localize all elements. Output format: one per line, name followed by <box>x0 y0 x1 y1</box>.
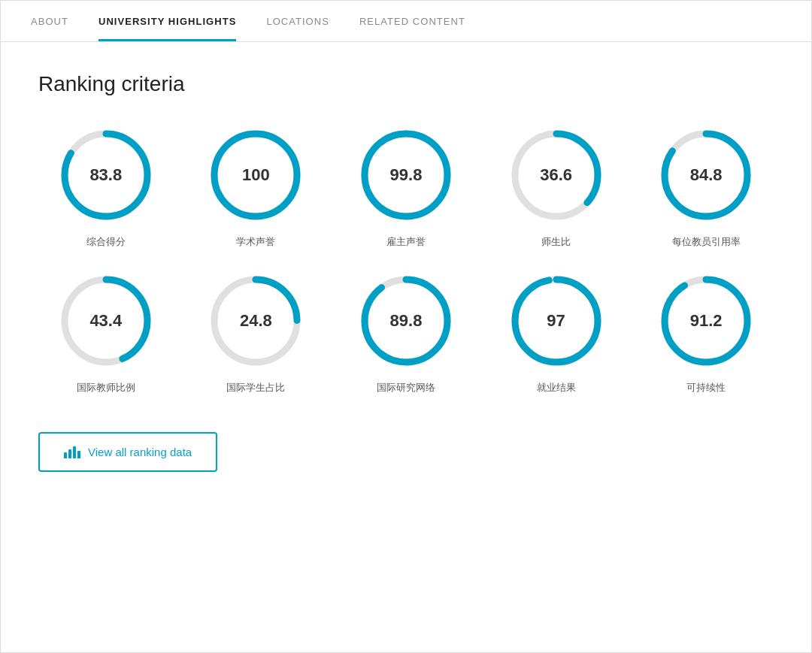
gauge-label-academic: 学术声誉 <box>236 234 275 249</box>
view-all-ranking-button[interactable]: View all ranking data <box>38 432 217 472</box>
view-button-label: View all ranking data <box>88 446 192 458</box>
gauge-value-employer: 99.8 <box>390 165 423 185</box>
gauge-item-intl-faculty: 43.4 国际教师比例 <box>38 272 174 395</box>
gauge-chart-student-ratio: 36.6 <box>508 126 605 224</box>
gauge-chart-faculty-citation: 84.8 <box>657 126 755 224</box>
gauge-value-intl-student: 24.8 <box>240 311 272 331</box>
main-content: Ranking criteria 83.8 综合得分 100 学术声誉 99.8… <box>1 42 811 517</box>
gauge-chart-employment: 97 <box>508 272 605 370</box>
gauge-item-academic: 100 学术声誉 <box>189 126 324 249</box>
section-title: Ranking criteria <box>38 72 774 96</box>
gauge-item-intl-student: 24.8 国际学生占比 <box>189 272 324 395</box>
gauge-label-faculty-citation: 每位教员引用率 <box>672 234 741 249</box>
gauge-value-sustainability: 91.2 <box>690 311 723 331</box>
gauge-value-faculty-citation: 84.8 <box>690 165 723 185</box>
gauge-item-intl-research: 89.8 国际研究网络 <box>338 272 474 395</box>
tab-related-content[interactable]: RELATED CONTENT <box>359 1 465 41</box>
gauge-item-employment: 97 就业结果 <box>489 272 624 395</box>
tab-about[interactable]: ABOUT <box>31 1 68 41</box>
gauge-value-student-ratio: 36.6 <box>540 165 572 185</box>
gauge-item-sustainability: 91.2 可持续性 <box>638 272 774 395</box>
gauge-chart-intl-faculty: 43.4 <box>57 272 155 370</box>
gauge-label-intl-faculty: 国际教师比例 <box>77 380 135 395</box>
gauge-chart-overall: 83.8 <box>57 126 155 224</box>
gauge-chart-intl-student: 24.8 <box>207 272 304 370</box>
gauge-value-academic: 100 <box>242 165 270 185</box>
gauge-label-intl-research: 国际研究网络 <box>377 380 435 395</box>
gauge-label-student-ratio: 师生比 <box>541 234 571 249</box>
gauge-grid: 83.8 综合得分 100 学术声誉 99.8 雇主声誉 36.6 师生比 <box>38 126 774 395</box>
gauge-label-intl-student: 国际学生占比 <box>226 380 285 395</box>
gauge-value-intl-research: 89.8 <box>390 311 423 331</box>
gauge-label-employer: 雇主声誉 <box>386 234 426 249</box>
gauge-chart-sustainability: 91.2 <box>657 272 755 370</box>
bar-chart-icon <box>64 446 80 458</box>
tab-locations[interactable]: LOCATIONS <box>266 1 329 41</box>
gauge-item-faculty-citation: 84.8 每位教员引用率 <box>638 126 774 249</box>
gauge-label-sustainability: 可持续性 <box>686 380 726 395</box>
tab-university-highlights[interactable]: UNIVERSITY HIGHLIGHTS <box>98 1 236 41</box>
gauge-value-employment: 97 <box>547 311 565 331</box>
gauge-item-overall: 83.8 综合得分 <box>38 126 174 249</box>
gauge-value-intl-faculty: 43.4 <box>89 311 122 331</box>
gauge-chart-academic: 100 <box>207 126 304 224</box>
gauge-item-employer: 99.8 雇主声誉 <box>338 126 474 249</box>
gauge-label-overall: 综合得分 <box>86 234 126 249</box>
gauge-chart-employer: 99.8 <box>357 126 455 224</box>
gauge-item-student-ratio: 36.6 师生比 <box>489 126 624 249</box>
gauge-label-employment: 就业结果 <box>537 380 576 395</box>
gauge-value-overall: 83.8 <box>89 165 122 185</box>
gauge-chart-intl-research: 89.8 <box>357 272 455 370</box>
tab-navigation: ABOUTUNIVERSITY HIGHLIGHTSLOCATIONSRELAT… <box>1 1 811 42</box>
